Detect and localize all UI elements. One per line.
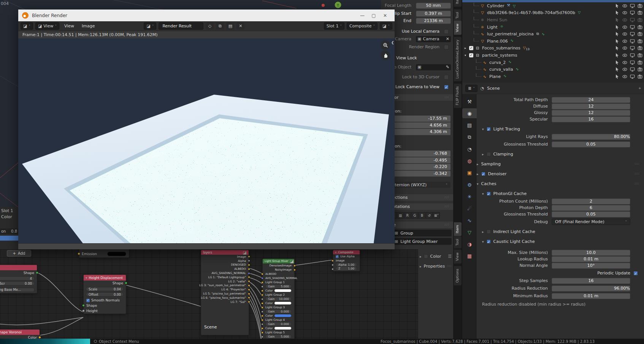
photongi-header[interactable]: PhotonGI Cache [493, 191, 527, 196]
mixer-color-swatch[interactable] [274, 289, 292, 292]
viewport-disable-icon[interactable] [630, 10, 635, 15]
outliner-row[interactable]: ▽ Cylinder ⚒ ▽ [462, 2, 644, 10]
view-menu[interactable]: View [62, 24, 77, 29]
voronoi-color-socket[interactable] [38, 336, 41, 339]
glossiness-threshold-field[interactable]: 0.05 [552, 141, 630, 147]
emission-node-fragment[interactable]: Emission [79, 249, 129, 258]
viewport-disable-icon[interactable] [630, 17, 635, 22]
object-name[interactable]: Hemi Sun [487, 17, 507, 22]
render-disable-icon[interactable] [638, 53, 642, 58]
denoiser-header[interactable]: Denoiser [488, 171, 507, 176]
expand-arrow-icon[interactable] [482, 239, 484, 244]
unlink-icon[interactable]: ✕ [236, 22, 244, 30]
select-pointer-icon[interactable] [615, 32, 620, 36]
select-pointer-icon[interactable] [615, 3, 620, 8]
caustic-cache-checkbox[interactable] [487, 239, 491, 244]
mixer-color-swatch[interactable] [274, 314, 292, 317]
minimum-radius-field[interactable]: 0.01 m [552, 293, 630, 299]
annotation-tool-button[interactable]: R [404, 212, 411, 219]
image-menu[interactable]: Image [79, 24, 97, 29]
lock-camera-checkbox[interactable] [444, 85, 449, 89]
expand-arrow-icon[interactable] [482, 127, 484, 132]
outliner-row[interactable]: ☼ Hemi Sun [462, 16, 644, 24]
object-name[interactable]: Focos_submarinos [482, 46, 520, 51]
hide-eye-icon[interactable] [622, 3, 627, 8]
slot-label[interactable]: Slot 1 [0, 207, 18, 213]
mixer-group-socket[interactable] [261, 319, 263, 321]
collapse-arrow-icon[interactable] [335, 250, 337, 254]
select-pointer-icon[interactable] [615, 25, 620, 30]
light-group-mixer-node[interactable]: Light Group Mixer ◪ DenoisedImage NoisyI… [262, 258, 295, 339]
composite-image-socket[interactable] [332, 260, 334, 262]
collapse-chevron-icon[interactable]: ❮ [391, 41, 394, 44]
subdivision-field[interactable]: Max. Level 4 [0, 276, 35, 281]
mixer-gain-field[interactable]: Gain 0.000 [265, 322, 292, 326]
viewport-disable-icon[interactable] [630, 53, 635, 58]
outliner-row[interactable]: ▽ Plane.006 ∿ [462, 38, 644, 45]
voronoi-node-header[interactable]: hape Voronoi [0, 330, 40, 335]
mixer-color-socket[interactable] [261, 327, 263, 330]
render-disable-icon[interactable] [638, 3, 642, 8]
smooth-normals-checkbox[interactable] [86, 299, 90, 302]
expand-arrow-icon[interactable] [420, 254, 422, 259]
editor-type-button[interactable]: ≣ [465, 85, 477, 92]
pan-hand-icon[interactable] [381, 51, 390, 60]
light-tracing-header[interactable]: Light Tracing [493, 127, 520, 132]
pass-dropdown[interactable]: Composite [347, 22, 378, 30]
outliner-row[interactable]: ▽ dbb3f266-9e1c-4b57-9b8b-704af5d7600b ▽ [462, 10, 644, 17]
viewport-disable-icon[interactable] [630, 39, 635, 44]
zoom-icon[interactable] [381, 40, 390, 50]
composite-node[interactable]: Composite Use Alpha Image Alpha 1.00 Z 1… [333, 250, 360, 271]
render-disable-icon[interactable] [638, 17, 642, 22]
mixer-gain-socket[interactable] [261, 298, 263, 300]
color-checkbox[interactable] [424, 254, 428, 258]
hide-eye-icon[interactable] [622, 17, 627, 22]
voronoi-node-fragment[interactable]: hape Voronoi Color [0, 329, 40, 339]
value-slider[interactable] [0, 236, 18, 241]
hide-eye-icon[interactable] [622, 53, 627, 58]
add-node-button[interactable]: + Add [7, 250, 31, 257]
select-pointer-icon[interactable] [615, 17, 620, 22]
window-titlebar[interactable]: Blender Render — ▢ ✕ [18, 10, 395, 21]
debug-dropdown[interactable]: Off (Final Render Mode) [552, 219, 630, 225]
expand-arrow-icon[interactable] [482, 191, 484, 196]
sidebar-tab[interactable]: View [454, 250, 462, 264]
properties-tab[interactable]: ◉ [462, 108, 477, 118]
step-samples-field[interactable]: 16 [552, 278, 630, 284]
layers-scene-label[interactable]: Scene [204, 325, 217, 330]
hide-eye-icon[interactable] [622, 32, 627, 36]
close-button[interactable]: ✕ [379, 13, 391, 18]
viewport-disable-icon[interactable] [630, 74, 635, 79]
sidebar-tab[interactable]: Tool [454, 9, 462, 21]
outliner-row[interactable]: ∿ luz_perimetral_piscina ⧉ ∿ [462, 30, 644, 38]
light-group-mixer-header[interactable]: Light Group Mixer ◪ [263, 259, 294, 263]
compositor-node-editor[interactable]: + Add Emission Subdivision Shape Max. Le… [0, 249, 453, 339]
expand-arrow-icon[interactable]: ▾ [463, 54, 468, 57]
viewport-disable-icon[interactable] [630, 67, 635, 72]
select-pointer-icon[interactable] [615, 39, 620, 44]
object-name[interactable]: Plane.006 [487, 39, 508, 44]
collapse-arrow-icon[interactable] [86, 276, 87, 280]
mixer-gain-socket[interactable] [261, 311, 263, 313]
indirect-cache-checkbox[interactable] [487, 230, 491, 234]
mixer-gain-socket[interactable] [261, 285, 263, 288]
mixer-gain-socket[interactable] [261, 323, 263, 325]
properties-tab[interactable]: ⚙ [462, 180, 477, 190]
select-pointer-icon[interactable] [615, 46, 620, 51]
mixer-group-socket[interactable] [261, 306, 263, 309]
expand-arrow-icon[interactable] [477, 171, 479, 176]
mixer-gain-socket[interactable] [261, 336, 263, 338]
use-local-camera-checkbox[interactable] [444, 29, 449, 34]
render-disable-icon[interactable] [638, 10, 642, 15]
properties-tab[interactable]: ∿ [462, 216, 477, 225]
denoiser-checkbox[interactable] [481, 172, 485, 176]
render-layers-header[interactable]: layers ◪ [201, 250, 249, 255]
subdivision-shape-dropdown[interactable]: Shape [Using Base Me... [0, 288, 35, 292]
hide-eye-icon[interactable] [622, 67, 627, 72]
composite-alpha-socket[interactable] [332, 264, 334, 266]
expand-arrow-icon[interactable] [477, 181, 479, 186]
render-disable-icon[interactable] [638, 39, 642, 44]
select-pointer-icon[interactable] [615, 67, 620, 72]
local-camera-field[interactable]: ▣ Camera ✕ [416, 36, 451, 42]
annotation-tool-button[interactable]: ↺ [426, 212, 433, 219]
